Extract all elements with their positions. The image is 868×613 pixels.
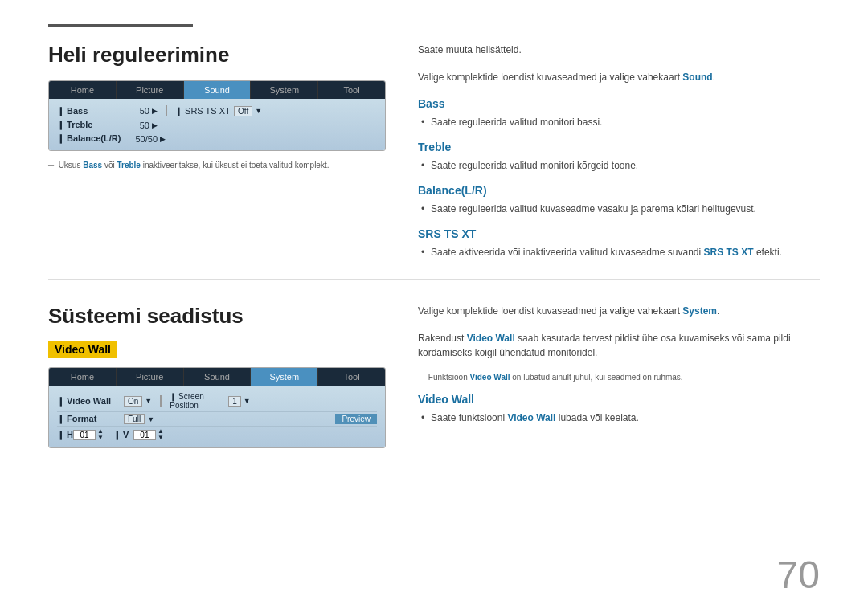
osd2-tab-sound[interactable]: Sound xyxy=(184,368,252,386)
osd-row-bass: ❙ Bass 50 ▶ ❙ SRS TS XT Off ▼ xyxy=(57,104,377,118)
section1-footnote: ─ Üksus Bass või Treble inaktiveeritakse… xyxy=(48,161,386,170)
heading-videowall: Video Wall xyxy=(418,393,820,406)
section2-right: Valige komplektide loendist kuvaseadmed … xyxy=(418,304,820,458)
osd-label-v: ❙ V xyxy=(113,430,133,440)
osd-arrow-videowall: ▼ xyxy=(145,397,152,405)
osd-val-screenpos: 1 xyxy=(228,396,241,407)
top-rule xyxy=(48,24,193,27)
section2-intro1: Valige komplektide loendist kuvaseadmed … xyxy=(418,304,820,318)
bullet-treble: Saate reguleerida valitud monitori kõrge… xyxy=(418,158,820,173)
section2-link-vw1: Video Wall xyxy=(467,333,515,344)
section1-intro-link: Sound xyxy=(682,72,712,83)
section2-link-system: System xyxy=(682,305,717,317)
page-container: Heli reguleerimine Home Picture Sound Sy… xyxy=(0,0,868,613)
osd2-tab-picture[interactable]: Picture xyxy=(117,368,184,386)
osd-row-videowall: ❙ Video Wall On ▼ ❙ Screen Position 1 ▼ xyxy=(57,390,377,412)
osd-label-srs: ❙ SRS TS XT xyxy=(175,106,231,116)
osd-row-format: ❙ Format Full ▼ Preview xyxy=(57,412,377,427)
osd-tab-home[interactable]: Home xyxy=(49,81,117,99)
footnote-bass: Bass xyxy=(83,161,102,170)
bullet-videowall: Saate funktsiooni Video Wall lubada või … xyxy=(418,411,820,425)
heading-treble: Treble xyxy=(418,141,820,153)
osd-tab-sound[interactable]: Sound xyxy=(184,81,252,99)
osd-arrow-balance: ▶ xyxy=(160,135,166,143)
section1-intro-line1: Saate muuta helisätteid. xyxy=(418,43,820,57)
video-wall-badge: Video Wall xyxy=(48,341,117,358)
osd-body-1: ❙ Bass 50 ▶ ❙ SRS TS XT Off ▼ ❙ Treble 5… xyxy=(49,99,385,150)
section1-intro-line2: Valige komplektide loendist kuvaseadmed … xyxy=(418,70,820,84)
osd-row-hv: ❙ H ▲ ▼ ❙ V ▲ ▼ xyxy=(57,427,377,443)
osd-input-h[interactable] xyxy=(73,430,96,440)
footnote-vw: Video Wall xyxy=(469,373,510,382)
osd-arrow-format: ▼ xyxy=(147,415,154,423)
osd-label-videowall: ❙ Video Wall xyxy=(57,396,121,407)
osd-tab-tool[interactable]: Tool xyxy=(318,81,385,99)
page-number: 70 xyxy=(777,553,820,597)
osd-preview-button[interactable]: Preview xyxy=(335,414,377,424)
section1-title: Heli reguleerimine xyxy=(48,43,386,67)
section1-left: Heli reguleerimine Home Picture Sound Sy… xyxy=(48,43,386,260)
srs-link: SRS TS XT xyxy=(704,247,754,258)
section2-footnote: ― Funktsioon Video Wall on lubatud ainul… xyxy=(418,373,820,382)
heading-balance: Balance(L/R) xyxy=(418,184,820,197)
osd-arrow-treble: ▶ xyxy=(152,121,158,129)
osd-label-h: ❙ H xyxy=(57,430,73,440)
section2: Süsteemi seadistus Video Wall Home Pictu… xyxy=(48,304,820,458)
osd-value-balance: 50/50 xyxy=(121,134,158,144)
osd-value-bass: 50 xyxy=(121,106,149,116)
heading-bass: Bass xyxy=(418,97,820,110)
osd2-tab-tool[interactable]: Tool xyxy=(318,368,385,386)
footnote-treble: Treble xyxy=(117,161,140,170)
osd-tab-system[interactable]: System xyxy=(251,81,318,99)
osd-row-treble: ❙ Treble 50 ▶ xyxy=(57,118,377,132)
osd-val-srs: Off xyxy=(234,106,252,116)
osd-tab-picture[interactable]: Picture xyxy=(117,81,184,99)
osd-tabs-1: Home Picture Sound System Tool xyxy=(49,81,385,99)
bullet-balance: Saate reguleerida valitud kuvaseadme vas… xyxy=(418,202,820,216)
section-divider xyxy=(48,279,820,280)
osd-label-bass: ❙ Bass xyxy=(57,106,121,116)
osd-value-treble: 50 xyxy=(121,121,149,130)
section2-left: Süsteemi seadistus Video Wall Home Pictu… xyxy=(48,304,386,458)
bullet-srs: Saate aktiveerida või inaktiveerida vali… xyxy=(418,245,820,260)
osd-divider-2 xyxy=(160,395,162,407)
osd-val-format: Full xyxy=(124,414,145,424)
section1-right: Saate muuta helisätteid. Valige komplekt… xyxy=(418,43,820,260)
section1: Heli reguleerimine Home Picture Sound Sy… xyxy=(48,43,820,260)
osd-menu-1: Home Picture Sound System Tool ❙ Bass 50… xyxy=(48,80,386,151)
osd-row-balance: ❙ Balance(L/R) 50/50 ▶ xyxy=(57,132,377,145)
osd-arrow-bass: ▶ xyxy=(152,107,158,115)
section2-intro2: Rakendust Video Wall saab kasutada terve… xyxy=(418,331,820,360)
bullet-bass: Saate reguleerida valitud monitori bassi… xyxy=(418,115,820,129)
osd-label-format: ❙ Format xyxy=(57,414,121,424)
osd-body-2: ❙ Video Wall On ▼ ❙ Screen Position 1 ▼ … xyxy=(49,386,385,447)
osd-tabs-2: Home Picture Sound System Tool xyxy=(49,368,385,386)
osd2-tab-system[interactable]: System xyxy=(251,368,318,386)
osd-divider-1 xyxy=(166,105,167,116)
osd-val-videowall: On xyxy=(124,396,142,407)
osd-menu-2: Home Picture Sound System Tool ❙ Video W… xyxy=(48,367,386,448)
osd-label-treble: ❙ Treble xyxy=(57,120,121,130)
osd-label-screenpos: ❙ Screen Position xyxy=(170,392,226,410)
heading-srs: SRS TS XT xyxy=(418,227,820,240)
section2-title: Süsteemi seadistus xyxy=(48,304,386,329)
osd-label-balance: ❙ Balance(L/R) xyxy=(57,133,121,144)
osd-arrow-srs: ▼ xyxy=(255,107,262,115)
vw-link-bullet: Video Wall xyxy=(507,412,555,423)
osd-input-v[interactable] xyxy=(133,430,156,440)
osd-arrow-screenpos: ▼ xyxy=(244,397,251,405)
osd2-tab-home[interactable]: Home xyxy=(49,368,117,386)
